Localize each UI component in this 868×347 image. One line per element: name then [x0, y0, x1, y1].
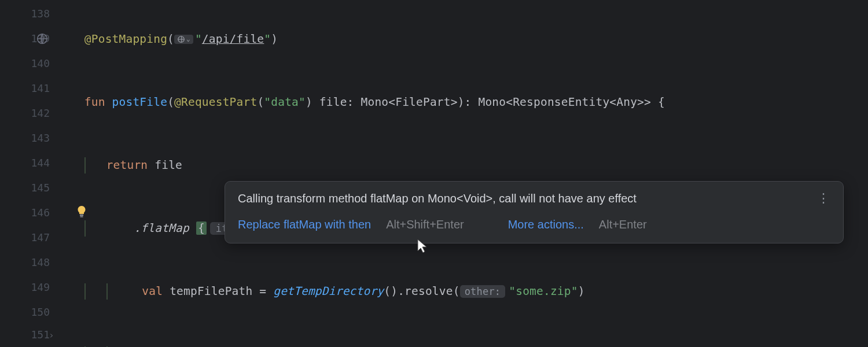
gutter: 138 139 140 141 142 143 144 145 146 147 … — [0, 0, 64, 347]
url-inline-icon[interactable]: ⌄ — [174, 35, 193, 44]
line-number: 149 — [0, 275, 64, 300]
line-number: 147 — [0, 225, 64, 250]
code-line[interactable]: @PostMapping(⌄"/api/file") — [64, 27, 868, 51]
line-number: 143 — [0, 125, 64, 150]
line-number: 145 — [0, 175, 64, 200]
param-hint: other: — [460, 285, 506, 298]
more-actions-link[interactable]: More actions... — [508, 218, 584, 231]
code-line[interactable]: val tempFilePath = getTempDirectory().re… — [64, 279, 868, 304]
line-number: 139 — [0, 26, 64, 51]
svg-rect-2 — [80, 215, 83, 216]
line-number: 144 — [0, 150, 64, 175]
code-area[interactable]: @PostMapping(⌄"/api/file") fun postFile(… — [64, 0, 868, 347]
url-link[interactable]: /api/file — [202, 32, 264, 46]
mouse-cursor-icon — [417, 238, 429, 254]
endpoint-icon[interactable] — [36, 32, 49, 45]
shortcut-hint: Alt+Shift+Enter — [386, 218, 464, 231]
kebab-menu-icon[interactable]: ⋮ — [817, 196, 830, 201]
code-line[interactable]: fun postFile(@RequestPart("data") file: … — [64, 90, 868, 115]
line-number: 148 — [0, 250, 64, 275]
line-number: 142 — [0, 101, 64, 125]
inspection-message: Calling transform method flatMap on Mono… — [238, 192, 637, 205]
line-number: 140 — [0, 51, 64, 76]
code-line[interactable]: return file — [64, 153, 868, 178]
lightbulb-icon[interactable] — [76, 205, 87, 218]
inspection-tooltip: Calling transform method flatMap on Mono… — [225, 181, 844, 243]
line-number: › 151 — [0, 324, 64, 341]
line-number: 138 — [0, 1, 64, 26]
svg-rect-3 — [80, 216, 83, 217]
code-editor: 138 139 140 141 142 143 144 145 146 147 … — [0, 0, 868, 347]
line-number: 146 — [0, 200, 64, 225]
quick-fix-link[interactable]: Replace flatMap with then — [238, 218, 371, 231]
line-number: 150 — [0, 300, 64, 324]
code-line[interactable]: it.transferTo(tempFilePath) // FAIL, her… — [64, 342, 868, 347]
expand-fold-icon[interactable]: › — [49, 330, 54, 341]
shortcut-hint: Alt+Enter — [599, 218, 647, 231]
line-number: 141 — [0, 76, 64, 101]
